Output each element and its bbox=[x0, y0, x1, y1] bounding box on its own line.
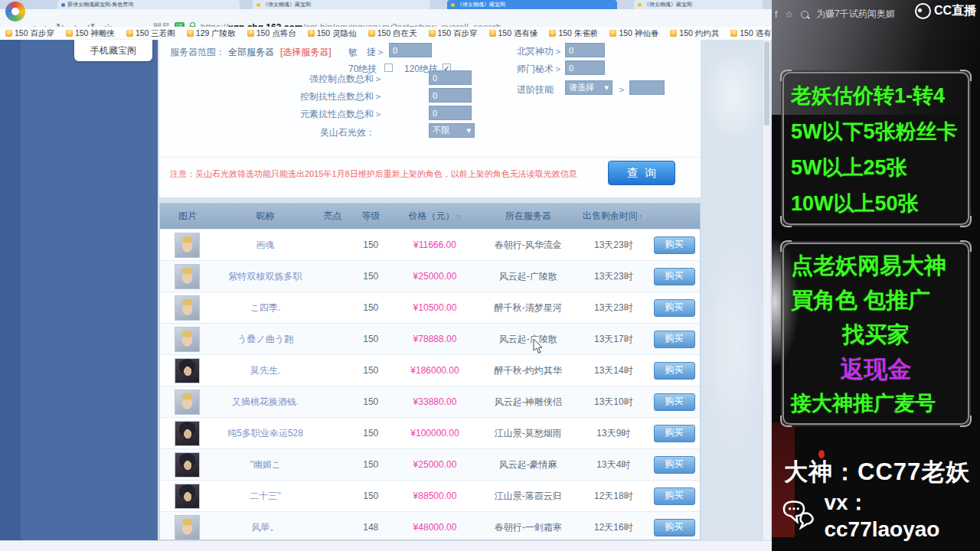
bottom-strip: ✎ bbox=[0, 540, 772, 551]
buy-button[interactable]: 购买 bbox=[654, 236, 695, 254]
bookmark-item[interactable]: 150 神仙眷 bbox=[609, 28, 658, 39]
bookmark-item[interactable]: 150 三若阁 bbox=[126, 28, 175, 39]
divider bbox=[159, 157, 701, 158]
avatar[interactable] bbox=[175, 358, 200, 383]
table-row: 又摘桃花换酒钱. 150 ¥33880.00 风云起-神雕侠侣 13天10时 购… bbox=[160, 386, 700, 417]
table-row: う疊ノ曲う翾 150 ¥78888.00 风云起-广陵散 13天17时 购买 bbox=[160, 323, 700, 354]
bookmark-item[interactable]: 150 百步穿 bbox=[429, 28, 478, 39]
time-cell: 12天16时 bbox=[578, 521, 648, 534]
buy-button[interactable]: 购买 bbox=[654, 393, 695, 411]
nickname-link[interactable]: 风華。 bbox=[252, 522, 279, 533]
avatar[interactable] bbox=[175, 484, 200, 509]
table-row: 紫特双核双炼多职 150 ¥25000.00 风云起-广陵散 13天23时 购买 bbox=[160, 260, 700, 292]
advanced-skill-select[interactable]: 请选择▾ bbox=[565, 80, 612, 95]
avatar[interactable] bbox=[175, 327, 200, 352]
scrollbar-thumb[interactable] bbox=[764, 41, 769, 126]
avatar[interactable] bbox=[175, 233, 200, 258]
level-cell: 150 bbox=[349, 334, 392, 344]
buy-button[interactable]: 购买 bbox=[654, 331, 695, 348]
bookmark-item[interactable]: 129 广陵散 bbox=[187, 28, 236, 39]
avatar[interactable] bbox=[175, 421, 200, 446]
tab-favicon bbox=[451, 3, 455, 7]
price-guide-panel: 老妖估价转1-转45W以下5张粉丝卡5W以上25张10W以上50张 bbox=[782, 72, 969, 225]
hot-search-text: 为赚7千试药闻奥媚 bbox=[816, 8, 895, 21]
bookmark-item[interactable]: 150 灵隐仙 bbox=[308, 28, 357, 39]
chat-bubbles-icon bbox=[781, 498, 818, 532]
browser-tab[interactable]: 《倩女幽魂》藏宝阁 bbox=[253, 0, 430, 9]
profile-icon: f bbox=[775, 9, 777, 20]
query-button[interactable]: 查询 bbox=[608, 161, 675, 185]
bookmark-icon bbox=[126, 30, 133, 37]
buy-button[interactable]: 购买 bbox=[654, 299, 695, 317]
nickname-link[interactable]: 紫特双核双炼多职 bbox=[229, 271, 302, 282]
price-cell: ¥33880.00 bbox=[413, 396, 457, 407]
server-cell: 江山景-落霞云归 bbox=[478, 490, 579, 503]
avatar[interactable] bbox=[175, 452, 200, 478]
bookmark-item[interactable]: 150 遇有缘 bbox=[489, 28, 538, 39]
advanced-skill-input[interactable] bbox=[629, 80, 665, 95]
table-body: 画魂 150 ¥11666.00 春朝行-风华流金 13天23时 购买 紫特双核… bbox=[160, 229, 700, 540]
bookmark-icon bbox=[368, 30, 375, 37]
buy-button[interactable]: 购买 bbox=[654, 519, 695, 536]
bookmark-item[interactable]: 150 朱雀桥 bbox=[549, 28, 598, 39]
mouse-cursor bbox=[533, 339, 544, 354]
nickname-link[interactable]: 纯5多职业幸运528 bbox=[227, 428, 303, 439]
browser-tab[interactable]: 《倩女幽魂》藏宝阁 bbox=[634, 0, 763, 9]
buy-button[interactable]: 购买 bbox=[654, 268, 695, 285]
watermark bbox=[701, 46, 767, 145]
mobile-cbg-button[interactable]: 手机藏宝阁 bbox=[74, 40, 152, 61]
page-scrollbar[interactable] bbox=[763, 40, 770, 540]
table-row: 风華。 148 ¥48000.00 春朝行-一剑霜寒 12天16时 购买 bbox=[160, 511, 700, 540]
bookmark-item[interactable]: 150 百步穿 bbox=[5, 28, 54, 39]
wushan-select[interactable]: 不限▾ bbox=[429, 123, 475, 138]
bookmark-item[interactable]: 150 点将台 bbox=[247, 28, 296, 39]
nickname-link[interactable]: 莫先生. bbox=[250, 365, 280, 376]
header-time-sort[interactable]: 出售剩余时间↑↓ bbox=[578, 210, 648, 223]
nickname-link[interactable]: う疊ノ曲う翾 bbox=[237, 334, 293, 344]
header-image: 图片 bbox=[160, 210, 215, 223]
cc-live-logo: CC直播 bbox=[915, 3, 976, 19]
buy-button[interactable]: 购买 bbox=[654, 487, 695, 505]
nickname-link[interactable]: ''幽媚こ bbox=[250, 459, 281, 470]
form-label: 元素抗性点数总和＞ bbox=[259, 108, 383, 121]
buy-button[interactable]: 购买 bbox=[654, 362, 695, 380]
overlay-text-line: 買角色 包推广 bbox=[784, 283, 968, 318]
form-input[interactable] bbox=[429, 88, 472, 103]
skill70-checkbox[interactable] bbox=[384, 64, 393, 72]
server-cell: 醉千秋-清梦星河 bbox=[478, 302, 579, 315]
avatar[interactable] bbox=[175, 390, 200, 415]
browser-tab[interactable]: 《倩女幽魂》藏宝阁 bbox=[447, 0, 617, 9]
agility-input[interactable] bbox=[389, 43, 432, 57]
form-input[interactable] bbox=[565, 43, 605, 57]
table-row: 纯5多职业幸运528 150 ¥100000.00 江山景-莫愁烟雨 13天9时… bbox=[160, 417, 700, 448]
bookmark-item[interactable]: 150 自在天 bbox=[368, 28, 417, 39]
bookmark-icon bbox=[609, 30, 616, 37]
buy-button[interactable]: 购买 bbox=[654, 425, 695, 442]
bookmark-icon bbox=[5, 30, 12, 37]
bookmark-icon bbox=[308, 30, 315, 37]
browser-tab[interactable]: 新倩女幽魂藏宝阁-角色查询 bbox=[57, 0, 240, 9]
form-input[interactable] bbox=[565, 60, 605, 75]
level-cell: 148 bbox=[349, 522, 392, 533]
red-dot bbox=[818, 450, 825, 458]
bookmark-item[interactable]: 150 灼灼其 bbox=[670, 28, 719, 39]
header-price-sort[interactable]: 价格（元）↑↓ bbox=[392, 210, 478, 223]
avatar[interactable] bbox=[175, 515, 200, 540]
nickname-link[interactable]: こ四季. bbox=[250, 302, 281, 313]
watermark bbox=[700, 223, 769, 468]
nickname-link[interactable]: 二十三'' bbox=[250, 491, 281, 501]
buy-button[interactable]: 购买 bbox=[654, 456, 695, 474]
bookmark-item[interactable]: 150 神雕侠 bbox=[66, 28, 115, 39]
form-input[interactable] bbox=[429, 70, 472, 85]
choose-server-link[interactable]: [选择服务器] bbox=[280, 46, 332, 59]
nickname-link[interactable]: 又摘桃花换酒钱. bbox=[232, 396, 299, 407]
level-cell: 150 bbox=[349, 240, 392, 250]
nickname-link[interactable]: 画魂 bbox=[256, 240, 275, 250]
streamer-name-text: 大神：CC77老妖 bbox=[784, 456, 970, 488]
browser-logo-icon[interactable] bbox=[5, 2, 25, 21]
form-input[interactable] bbox=[429, 106, 472, 120]
overlay-text-line: 5W以上25张 bbox=[784, 150, 968, 186]
avatar[interactable] bbox=[175, 264, 200, 289]
avatar[interactable] bbox=[175, 295, 200, 321]
left-panel bbox=[0, 40, 158, 540]
